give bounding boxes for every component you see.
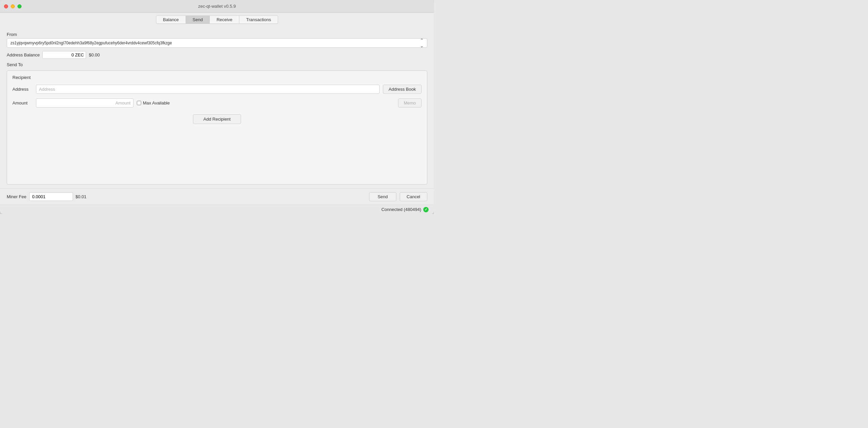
address-balance-usd: $0.00	[89, 53, 100, 58]
traffic-lights	[4, 4, 22, 8]
titlebar: zec-qt-wallet v0.5.9	[0, 0, 434, 13]
address-book-button[interactable]: Address Book	[383, 85, 422, 94]
connected-icon	[423, 207, 429, 212]
window-title: zec-qt-wallet v0.5.9	[198, 4, 236, 9]
miner-fee-input[interactable]	[29, 193, 73, 201]
from-section: From zs1yjqvqwmyvp6ry5pd0nl2ngl70edehh3a…	[7, 32, 427, 48]
balance-row: Address Balance $0.00	[7, 51, 427, 59]
maximize-button[interactable]	[18, 4, 22, 8]
max-available-label: Max Available	[143, 100, 170, 105]
tab-balance[interactable]: Balance	[156, 15, 186, 24]
address-balance-label: Address Balance	[7, 53, 40, 58]
memo-button[interactable]: Memo	[398, 98, 422, 107]
address-balance-input[interactable]	[42, 51, 86, 59]
recipient-title: Recipient	[12, 75, 422, 80]
miner-fee-usd: $0.01	[75, 194, 87, 199]
tab-send[interactable]: Send	[186, 15, 210, 24]
cancel-button[interactable]: Cancel	[400, 192, 427, 201]
bottom-bar: Miner Fee $0.01 Send Cancel	[0, 189, 434, 205]
amount-row: Amount Max Available Memo	[12, 98, 422, 107]
main-window: zec-qt-wallet v0.5.9 Balance Send Receiv…	[0, 0, 434, 214]
connection-status: Connected (480494)	[381, 207, 429, 212]
send-button[interactable]: Send	[369, 192, 396, 201]
tab-receive[interactable]: Receive	[210, 15, 239, 24]
send-to-label: Send To	[7, 62, 427, 67]
miner-fee-label: Miner Fee	[7, 194, 27, 199]
max-available-checkbox[interactable]	[137, 101, 141, 105]
bottom-actions: Send Cancel	[369, 192, 427, 201]
status-bar: Connected (480494)	[0, 205, 434, 214]
address-row: Address Address Book	[12, 85, 422, 94]
add-recipient-button[interactable]: Add Recipient	[193, 114, 241, 124]
address-input[interactable]	[36, 85, 379, 94]
amount-label: Amount	[12, 100, 33, 105]
max-available-checkbox-wrapper[interactable]: Max Available	[137, 100, 170, 105]
minimize-button[interactable]	[11, 4, 15, 8]
close-button[interactable]	[4, 4, 8, 8]
address-label: Address	[12, 87, 33, 92]
from-address-select[interactable]: zs1yjqvqwmyvp6ry5pd0nl2ngl70edehh3a9f68y…	[7, 38, 427, 48]
add-recipient-wrapper: Add Recipient	[12, 114, 422, 124]
from-label: From	[7, 32, 427, 37]
recipient-box: Recipient Address Address Book Amount Ma…	[7, 71, 427, 185]
tab-transactions[interactable]: Transactions	[239, 15, 278, 24]
tabbar: Balance Send Receive Transactions	[0, 13, 434, 27]
connection-text: Connected (480494)	[381, 207, 421, 212]
from-address-wrapper: zs1yjqvqwmyvp6ry5pd0nl2ngl70edehh3a9f68y…	[7, 38, 427, 48]
content-area: From zs1yjqvqwmyvp6ry5pd0nl2ngl70edehh3a…	[0, 27, 434, 189]
amount-input[interactable]	[36, 98, 133, 107]
